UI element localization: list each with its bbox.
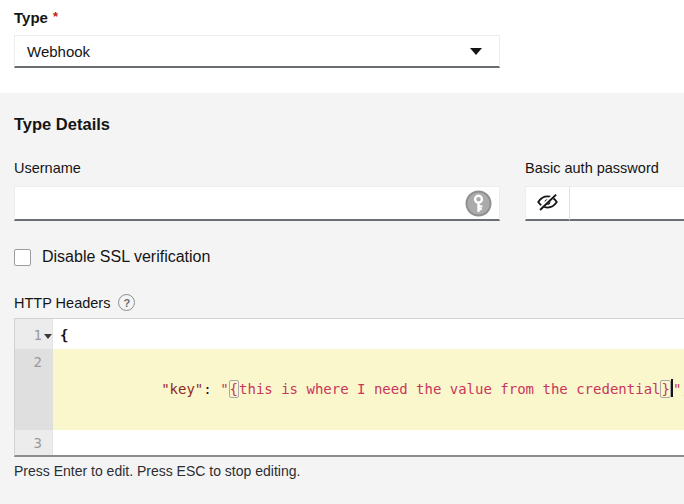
code-line-1[interactable]: 1 { bbox=[15, 322, 684, 349]
eye-slash-icon bbox=[537, 193, 558, 214]
http-headers-label-row: HTTP Headers ? bbox=[14, 294, 684, 311]
ssl-verification-row: Disable SSL verification bbox=[14, 248, 684, 266]
credential-lookup-button[interactable] bbox=[465, 190, 492, 217]
notification-type-form: Type* Webhook Type Details Username bbox=[0, 0, 684, 504]
fold-arrow-icon[interactable] bbox=[44, 334, 52, 339]
type-field-label-row: Type* bbox=[14, 9, 670, 27]
disable-ssl-label: Disable SSL verification bbox=[42, 248, 210, 266]
type-field-section: Type* Webhook bbox=[0, 0, 684, 93]
type-label: Type bbox=[14, 9, 48, 26]
editor-hint-text: Press Enter to edit. Press ESC to stop e… bbox=[14, 463, 684, 479]
username-field: Username bbox=[14, 160, 500, 221]
line-number: 1 bbox=[15, 322, 53, 349]
caret-down-icon bbox=[470, 48, 482, 55]
password-field: Basic auth password bbox=[525, 160, 684, 221]
type-details-section: Type Details Username bbox=[0, 93, 684, 504]
http-headers-label: HTTP Headers bbox=[14, 295, 110, 311]
line-number: 2 bbox=[15, 349, 53, 430]
username-label: Username bbox=[14, 160, 500, 176]
type-select[interactable]: Webhook bbox=[14, 35, 500, 68]
toggle-password-visibility-button[interactable] bbox=[525, 186, 570, 221]
credentials-row: Username Basic auth bbox=[14, 160, 684, 221]
section-title: Type Details bbox=[14, 115, 684, 134]
password-label: Basic auth password bbox=[525, 160, 684, 176]
key-icon bbox=[465, 205, 492, 220]
matched-open-brace: { bbox=[229, 380, 239, 398]
disable-ssl-checkbox[interactable] bbox=[14, 249, 31, 266]
line-number: 3 bbox=[15, 430, 53, 457]
code-line-3[interactable]: 3 "Content-Type": "application/json" bbox=[15, 430, 684, 457]
password-input[interactable] bbox=[570, 186, 684, 221]
code-token-string: this is where I need the value from the … bbox=[239, 381, 660, 397]
code-line-2-highlighted[interactable]: 2 "key": "{this is where I need the valu… bbox=[15, 349, 684, 430]
password-input-row bbox=[525, 186, 684, 221]
type-select-value: Webhook bbox=[27, 43, 90, 60]
matched-close-brace: } bbox=[660, 380, 670, 398]
username-input-wrap bbox=[14, 186, 500, 221]
code-token: { bbox=[60, 327, 68, 343]
required-asterisk: * bbox=[53, 9, 58, 24]
http-headers-code-editor[interactable]: 1 { 2 "key": "{this is where I need the … bbox=[14, 318, 684, 457]
code-token-key: "key" bbox=[144, 381, 203, 397]
help-question-icon[interactable]: ? bbox=[118, 294, 135, 311]
username-input[interactable] bbox=[14, 186, 500, 221]
